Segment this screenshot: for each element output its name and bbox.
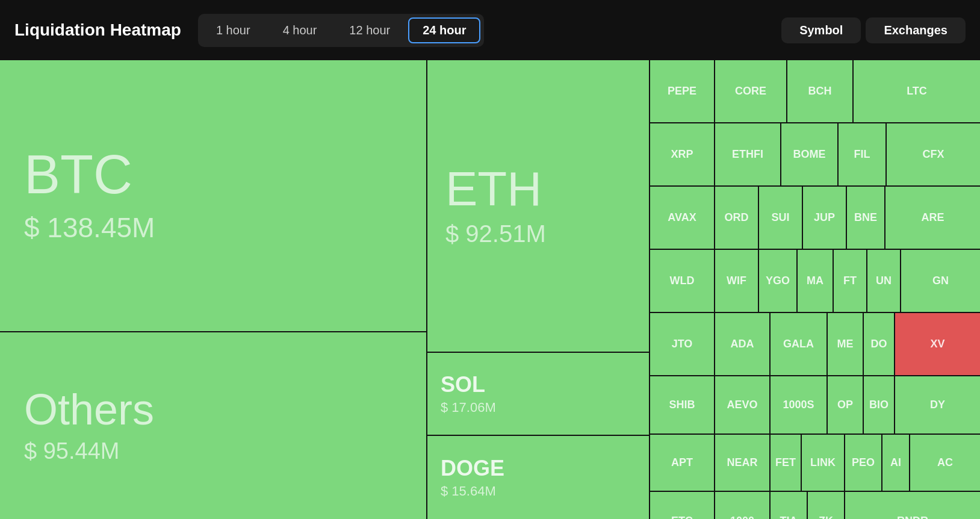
grid-row-6: SHIB AEVO 1000S OP BIO DY (650, 376, 980, 435)
sol-cell[interactable]: SOL $ 17.06M (427, 353, 649, 436)
page-title: Liquidation Heatmap (14, 20, 181, 40)
cell-core[interactable]: CORE (715, 60, 787, 122)
cell-bne[interactable]: BNE (847, 187, 885, 249)
btc-label: BTC (24, 148, 402, 202)
left-column: BTC $ 138.45M Others $ 95.44M (0, 60, 427, 519)
time-btn-24h[interactable]: 24 hour (408, 17, 480, 43)
cell-apt[interactable]: APT (650, 435, 715, 491)
cell-near[interactable]: NEAR (715, 435, 771, 491)
eth-label: ETH (445, 165, 631, 213)
cell-etc[interactable]: ETC (650, 492, 715, 519)
exchanges-button[interactable]: Exchanges (866, 17, 966, 43)
cell-bome[interactable]: BOME (781, 123, 839, 185)
cell-xv[interactable]: XV (895, 313, 980, 375)
cell-gn[interactable]: GN (901, 250, 980, 312)
cell-jup[interactable]: JUP (803, 187, 847, 249)
header: Liquidation Heatmap 1 hour 4 hour 12 hou… (0, 0, 980, 60)
time-btn-1h[interactable]: 1 hour (202, 17, 265, 43)
symbol-button[interactable]: Symbol (781, 17, 861, 43)
cell-bch[interactable]: BCH (787, 60, 854, 122)
sol-label: SOL (441, 372, 636, 397)
cell-pepe[interactable]: PEPE (650, 60, 715, 122)
others-label: Others (24, 388, 402, 431)
cell-ltc[interactable]: LTC (854, 60, 980, 122)
time-filter-group: 1 hour 4 hour 12 hour 24 hour (198, 14, 485, 47)
btc-cell[interactable]: BTC $ 138.45M (0, 60, 426, 332)
grid-row-5: JTO ADA GALA ME DO XV (650, 313, 980, 376)
eth-value: $ 92.51M (445, 220, 631, 247)
cell-ygo[interactable]: YGO (759, 250, 798, 312)
doge-value: $ 15.64M (441, 483, 636, 499)
cell-sui[interactable]: SUI (759, 187, 803, 249)
time-btn-4h[interactable]: 4 hour (268, 17, 332, 43)
cell-are[interactable]: ARE (885, 187, 980, 249)
others-value: $ 95.44M (24, 438, 402, 464)
cell-do[interactable]: DO (864, 313, 895, 375)
cell-rndr[interactable]: RNDR (845, 492, 980, 519)
heatmap: BTC $ 138.45M Others $ 95.44M ETH $ 92.5… (0, 60, 980, 519)
time-btn-12h[interactable]: 12 hour (335, 17, 405, 43)
cell-avax[interactable]: AVAX (650, 187, 715, 249)
cell-aevo[interactable]: AEVO (715, 376, 771, 434)
cell-gala[interactable]: GALA (771, 313, 828, 375)
doge-cell[interactable]: DOGE $ 15.64M (427, 436, 649, 519)
cell-jto[interactable]: JTO (650, 313, 715, 375)
cell-cfx[interactable]: CFX (887, 123, 980, 185)
cell-xrp[interactable]: XRP (650, 123, 715, 185)
cell-ord[interactable]: ORD (715, 187, 759, 249)
cell-link[interactable]: LINK (802, 435, 845, 491)
grid-row-3: AVAX ORD SUI JUP BNE ARE (650, 187, 980, 250)
cell-wif[interactable]: WIF (715, 250, 759, 312)
eth-cell[interactable]: ETH $ 92.51M (427, 60, 649, 353)
cell-zk[interactable]: ZK (808, 492, 845, 519)
doge-label: DOGE (441, 456, 636, 481)
grid-row-7: APT NEAR FET LINK PEO AI AC (650, 435, 980, 492)
cell-un[interactable]: UN (867, 250, 901, 312)
btc-value: $ 138.45M (24, 211, 402, 244)
cell-fet[interactable]: FET (771, 435, 802, 491)
grid-row-2: XRP ETHFI BOME FIL CFX (650, 123, 980, 187)
cell-ac[interactable]: AC (910, 435, 980, 491)
mid-column: ETH $ 92.51M SOL $ 17.06M DOGE $ 15.64M (427, 60, 650, 519)
cell-wld[interactable]: WLD (650, 250, 715, 312)
cell-ma[interactable]: MA (798, 250, 834, 312)
cell-peo[interactable]: PEO (845, 435, 882, 491)
cell-me[interactable]: ME (828, 313, 864, 375)
sol-value: $ 17.06M (441, 400, 636, 415)
grid-row-1: PEPE CORE BCH LTC (650, 60, 980, 123)
right-grid: PEPE CORE BCH LTC XRP ETHFI BOME FIL CFX… (650, 60, 980, 519)
cell-1000s[interactable]: 1000S (771, 376, 828, 434)
cell-ai[interactable]: AI (882, 435, 910, 491)
grid-row-4: WLD WIF YGO MA FT UN GN (650, 250, 980, 313)
cell-ft[interactable]: FT (834, 250, 867, 312)
view-controls: Symbol Exchanges (781, 17, 966, 43)
cell-shib[interactable]: SHIB (650, 376, 715, 434)
cell-ethfi[interactable]: ETHFI (715, 123, 781, 185)
cell-tia[interactable]: TIA (771, 492, 808, 519)
cell-bio[interactable]: BIO (864, 376, 895, 434)
cell-dy[interactable]: DY (895, 376, 980, 434)
others-cell[interactable]: Others $ 95.44M (0, 332, 426, 519)
cell-ada[interactable]: ADA (715, 313, 771, 375)
cell-1000[interactable]: 1000 (715, 492, 771, 519)
cell-fil[interactable]: FIL (839, 123, 887, 185)
grid-row-8: ETC 1000 TIA ZK RNDR (650, 492, 980, 519)
cell-op[interactable]: OP (828, 376, 864, 434)
